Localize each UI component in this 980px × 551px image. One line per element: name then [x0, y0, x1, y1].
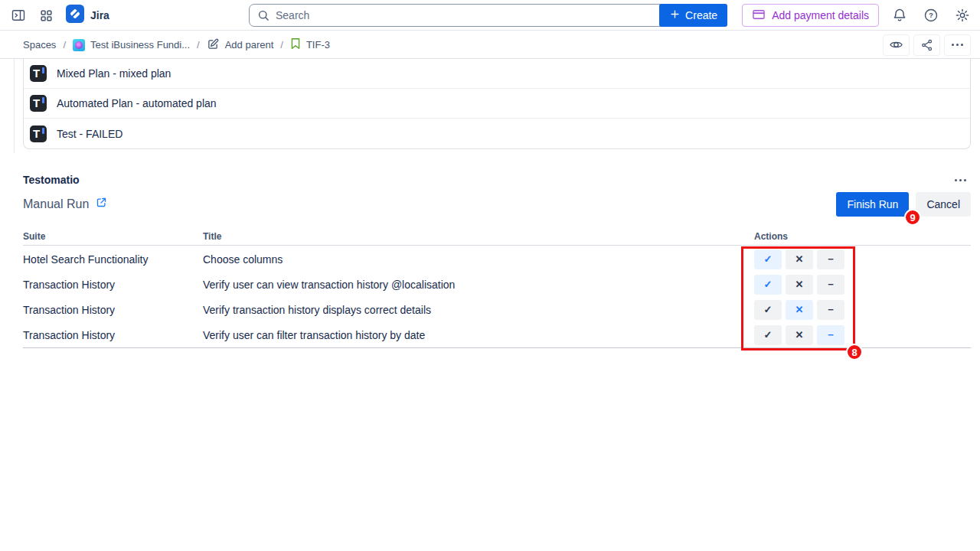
action-skip-button[interactable]: −	[817, 249, 844, 269]
top-bar: Jira Create	[0, 0, 980, 31]
table-row: Transaction History Verify user can filt…	[23, 322, 971, 347]
add-payment-details-button[interactable]: Add payment details	[742, 4, 879, 27]
title-cell: Verify user can filter transaction histo…	[203, 329, 754, 341]
cross-icon: ✕	[795, 329, 804, 341]
page-more-icon[interactable]	[944, 34, 971, 56]
ellipsis-icon	[955, 179, 966, 181]
column-header-actions: Actions	[754, 231, 971, 245]
testomatio-icon: T	[30, 65, 47, 82]
create-button[interactable]: Create	[659, 4, 727, 27]
table-body: Hotel Search Functionality Choose column…	[23, 246, 971, 348]
section-more-icon[interactable]	[949, 169, 971, 191]
cross-icon: ✕	[795, 304, 804, 315]
breadcrumb-spaces[interactable]: Spaces	[23, 39, 56, 51]
credit-card-icon	[752, 8, 766, 24]
edit-icon	[207, 37, 220, 53]
minus-icon: −	[828, 304, 834, 315]
ellipsis-icon	[952, 44, 963, 46]
action-skip-button[interactable]: −	[817, 300, 844, 320]
suite-cell: Transaction History	[23, 279, 203, 291]
column-header-suite: Suite	[23, 231, 203, 245]
table-row: Hotel Search Functionality Choose column…	[23, 246, 971, 272]
action-skip-button[interactable]: −	[817, 325, 844, 345]
cross-icon: ✕	[795, 279, 804, 290]
title-cell: Verify transaction history displays corr…	[203, 304, 754, 316]
watch-eye-icon[interactable]	[883, 34, 910, 56]
action-skip-button[interactable]: −	[817, 275, 844, 295]
table-header: Suite Title Actions	[23, 231, 971, 246]
panel-divider	[14, 59, 15, 153]
plan-label: Automated Plan - automated plan	[57, 97, 217, 109]
breadcrumb-space[interactable]: Test iBusiness Fundi...	[73, 39, 190, 51]
test-plan-list: T Mixed Plan - mixed plan T Automated Pl…	[23, 59, 971, 149]
suite-cell: Transaction History	[23, 304, 203, 316]
app-name: Jira	[90, 9, 109, 21]
jira-page: Jira Create	[0, 0, 980, 551]
table-row: Transaction History Verify user can view…	[23, 272, 971, 297]
external-link-icon	[96, 197, 107, 208]
notifications-bell-icon[interactable]	[889, 5, 910, 26]
help-icon[interactable]: ?	[920, 5, 942, 26]
svg-text:?: ?	[929, 11, 933, 19]
breadcrumb-add-parent[interactable]: Add parent	[207, 37, 274, 53]
check-icon: ✓	[764, 279, 773, 290]
list-item[interactable]: T Automated Plan - automated plan	[24, 89, 970, 119]
minus-icon: −	[828, 329, 834, 341]
list-item[interactable]: T Test - FAILED	[24, 119, 970, 148]
list-item[interactable]: T Mixed Plan - mixed plan	[24, 59, 970, 89]
breadcrumb-page[interactable]: TIF-3	[290, 37, 330, 52]
title-cell: Choose columns	[203, 253, 754, 266]
space-avatar-icon	[73, 39, 85, 51]
run-title-link[interactable]: Manual Run	[23, 197, 107, 211]
minus-icon: −	[828, 253, 834, 265]
action-fail-button[interactable]: ✕	[786, 275, 813, 295]
action-pass-button[interactable]: ✓	[754, 300, 782, 320]
action-fail-button[interactable]: ✕	[786, 249, 813, 269]
bookmark-icon	[290, 37, 301, 52]
testomatio-icon: T	[30, 126, 47, 142]
sidebar-toggle-icon[interactable]	[8, 5, 29, 26]
plan-label: Test - FAILED	[57, 128, 122, 140]
plan-label: Mixed Plan - mixed plan	[57, 67, 171, 80]
cross-icon: ✕	[795, 253, 804, 265]
testomatio-icon: T	[30, 95, 47, 112]
finish-run-button[interactable]: Finish Run	[836, 192, 909, 217]
search-input[interactable]	[249, 4, 691, 27]
global-search	[249, 4, 691, 27]
settings-gear-icon[interactable]	[952, 5, 973, 26]
app-switcher-icon[interactable]	[35, 5, 57, 26]
title-cell: Verify user can view transaction history…	[203, 279, 754, 291]
minus-icon: −	[828, 279, 834, 290]
check-icon: ✓	[764, 253, 773, 265]
jira-home-link[interactable]: Jira	[66, 5, 109, 26]
check-icon: ✓	[764, 304, 773, 315]
search-icon	[256, 8, 270, 25]
share-icon[interactable]	[913, 34, 940, 56]
jira-logo-icon	[66, 5, 84, 26]
action-pass-button[interactable]: ✓	[754, 249, 782, 269]
page-content: T Mixed Plan - mixed plan T Automated Pl…	[0, 59, 980, 551]
suite-cell: Transaction History	[23, 329, 203, 341]
table-row: Transaction History Verify transaction h…	[23, 297, 971, 322]
column-header-title: Title	[203, 231, 754, 245]
action-pass-button[interactable]: ✓	[754, 325, 782, 345]
cancel-button[interactable]: Cancel	[916, 192, 971, 217]
action-fail-button[interactable]: ✕	[786, 325, 813, 345]
suite-cell: Hotel Search Functionality	[23, 253, 203, 266]
breadcrumb-bar: Spaces / Test iBusiness Fundi... / Add p…	[0, 31, 980, 59]
plus-icon	[669, 8, 681, 22]
check-icon: ✓	[764, 329, 773, 341]
action-pass-button[interactable]: ✓	[754, 275, 782, 295]
section-title: Testomatio	[23, 174, 80, 186]
action-fail-button[interactable]: ✕	[786, 300, 813, 320]
breadcrumb: Spaces / Test iBusiness Fundi... / Add p…	[23, 37, 883, 53]
